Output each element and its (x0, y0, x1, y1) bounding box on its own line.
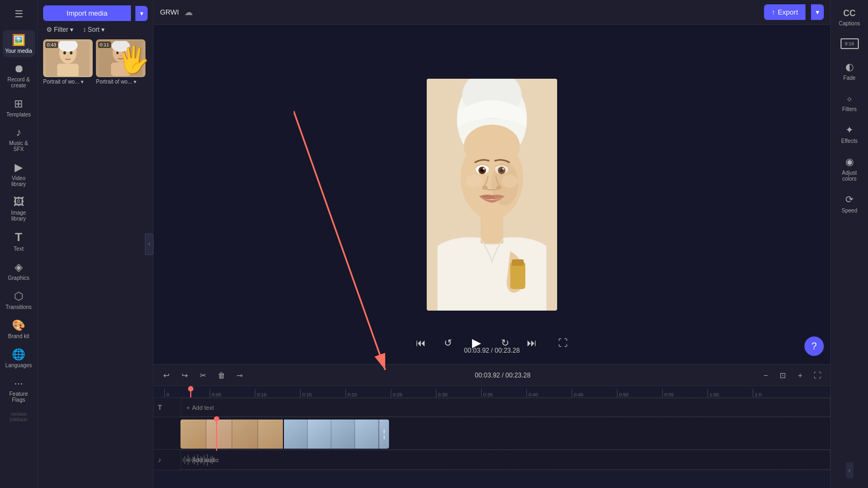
media-item-1[interactable]: 0:11 Portrait of wo... ▾ 🖐 (96, 39, 145, 85)
clip1-thumb-4 (258, 420, 283, 449)
add-text-button[interactable]: + Add text (180, 398, 830, 417)
cloud-sync-icon: ☁ (184, 7, 193, 17)
clip2-thumb-1 (284, 420, 308, 449)
redo-button[interactable]: ↪ (177, 368, 192, 383)
ruler-mark: 0:35 (481, 389, 526, 397)
sidebar-item-your-media[interactable]: 🖼️ Your media (3, 30, 35, 57)
right-sidebar-effects[interactable]: ✦ Effects (834, 120, 866, 148)
ruler-mark: 0:40 (526, 389, 572, 397)
video-track-row (154, 417, 830, 450)
import-media-button[interactable]: Import media (43, 5, 131, 21)
right-sidebar-fade[interactable]: ◐ Fade (834, 57, 866, 85)
sidebar-item-text[interactable]: T Text (3, 227, 35, 255)
sidebar-item-label: Music & SFX (5, 140, 33, 152)
right-collapse-icon[interactable]: › (846, 462, 853, 478)
sort-button[interactable]: ↕ Sort ▾ (80, 24, 108, 35)
sort-icon: ↕ (83, 26, 86, 33)
sidebar-item-video-library[interactable]: ▶ Video library (3, 157, 35, 190)
cut-button[interactable]: ✂ (196, 368, 211, 383)
right-panel-collapse[interactable]: › (846, 462, 853, 478)
export-button[interactable]: ↑ Export (764, 4, 805, 20)
split-button[interactable]: ⊸ (232, 368, 247, 383)
timeline-time-display: 00:03.92 / 00:23.28 (251, 372, 755, 379)
media-item-0[interactable]: 0:43 Portrait of wo... ▾ (43, 39, 93, 85)
video-clip-1[interactable] (180, 420, 283, 449)
help-button[interactable]: ? (804, 336, 824, 356)
right-sidebar-aspect-ratio[interactable]: 9:16 (834, 34, 866, 53)
sidebar-item-languages[interactable]: 🌐 Languages (3, 345, 35, 372)
sidebar-item-graphics[interactable]: ◈ Graphics (3, 257, 35, 284)
clip2-label: Portrait of wo... ▾ (96, 79, 145, 85)
right-sidebar-filters[interactable]: ⬦ Filters (834, 88, 866, 116)
sidebar-item-label: Graphics (8, 275, 29, 281)
right-sidebar-captions[interactable]: CC Captions (834, 4, 866, 31)
clip2-duration: 0:11 (98, 42, 111, 48)
text-track-row: T + Add text (154, 398, 830, 417)
panel-collapse-button[interactable]: ‹ (145, 233, 154, 255)
playback-area: ⏮ ↺ ▶ ↻ ⏭ ⛶ 00:03.92 / 00:23.28 (154, 327, 830, 364)
sidebar-item-record-create[interactable]: ⏺ Record &create (3, 59, 35, 92)
export-icon: ↑ (772, 8, 775, 16)
sidebar-item-templates[interactable]: ⊞ Templates (3, 94, 35, 121)
export-dropdown-button[interactable]: ▾ (811, 4, 824, 20)
skip-forward-button[interactable]: ⏭ (523, 334, 540, 352)
clip1-duration: 0:43 (45, 42, 58, 48)
skip-back-button[interactable]: ⏮ (412, 334, 429, 352)
video-clip-2[interactable] (284, 420, 389, 449)
zoom-out-button[interactable]: − (758, 368, 773, 383)
sidebar-item-label: Image library (5, 210, 33, 222)
sidebar-item-label: Brand kit (8, 333, 29, 339)
text-track-content[interactable]: + Add text (180, 398, 830, 417)
expand-timeline-button[interactable]: ⛶ (810, 368, 825, 383)
audio-track-content[interactable]: + Add audio (180, 450, 830, 470)
media-grid: 0:43 Portrait of wo... ▾ (38, 39, 153, 85)
fade-label: Fade (843, 75, 856, 81)
sidebar-item-brand-kit[interactable]: 🎨 Brand kit (3, 315, 35, 342)
ruler-mark: 0:55 (662, 389, 707, 397)
record-create-icon: ⏺ (13, 63, 24, 75)
svg-rect-28 (481, 211, 503, 243)
sidebar-item-transitions[interactable]: ⬡ Transitions (3, 286, 35, 313)
right-sidebar-adjust-colors[interactable]: ◉ Adjust colors (834, 152, 866, 186)
captions-label: Captions (839, 20, 860, 26)
svg-point-23 (483, 168, 485, 170)
import-media-dropdown[interactable]: ▾ (135, 6, 148, 21)
undo-button[interactable]: ↩ (159, 368, 174, 383)
sidebar-item-label: Transitions (5, 304, 32, 310)
clip2-dropdown-icon[interactable]: ▾ (134, 79, 136, 85)
right-sidebar-speed[interactable]: ⟳ Speed (834, 189, 866, 218)
delete-button[interactable]: 🗑 (214, 368, 229, 383)
preview-video (427, 79, 557, 311)
sidebar-item-label: Video library (5, 175, 33, 187)
ruler-mark: 1:0 (753, 389, 798, 397)
filter-button[interactable]: ⚙ Filter ▾ (43, 24, 77, 35)
sidebar-item-music-sfx[interactable]: ♪ Music & SFX (3, 123, 35, 155)
templates-icon: ⊞ (14, 97, 23, 110)
ruler-mark: 0:20 (345, 389, 391, 397)
add-text-label: Add text (192, 404, 213, 411)
svg-point-30 (466, 175, 482, 188)
media-panel-header: Import media ▾ (38, 0, 153, 24)
clip2-end-handle[interactable] (379, 420, 389, 449)
audio-track-label-area: ♪ (154, 456, 180, 464)
clip1-label: Portrait of wo... ▾ (43, 79, 93, 85)
image-library-icon: 🖼 (13, 196, 24, 208)
add-audio-button[interactable]: + Add audio (180, 450, 830, 470)
clip1-dropdown-icon[interactable]: ▾ (81, 79, 84, 85)
sidebar-item-feature-flags[interactable]: ··· Feature Flags (3, 374, 35, 406)
preview-area: ⏮ ↺ ▶ ↻ ⏭ ⛶ 00:03.92 / 00:23.28 (154, 25, 830, 364)
rewind-button[interactable]: ↺ (439, 334, 456, 352)
zoom-reset-button[interactable]: ⊡ (775, 368, 790, 383)
video-playhead-head (214, 416, 219, 422)
zoom-in-button[interactable]: + (793, 368, 808, 383)
effects-label: Effects (841, 138, 857, 144)
ruler-mark: 0:10 (255, 389, 300, 397)
ruler-mark: 0:50 (617, 389, 662, 397)
fullscreen-button[interactable]: ⛶ (554, 334, 572, 352)
timeline-area: ↩ ↪ ✂ 🗑 ⊸ 00:03.92 / 00:23.28 − ⊡ + ⛶ 0 … (154, 364, 830, 488)
sidebar-item-image-library[interactable]: 🖼 Image library (3, 193, 35, 225)
languages-icon: 🌐 (12, 348, 25, 361)
hamburger-button[interactable]: ☰ (9, 4, 29, 24)
text-track-label-area: T (154, 404, 180, 411)
project-name: GRWI (160, 8, 179, 16)
